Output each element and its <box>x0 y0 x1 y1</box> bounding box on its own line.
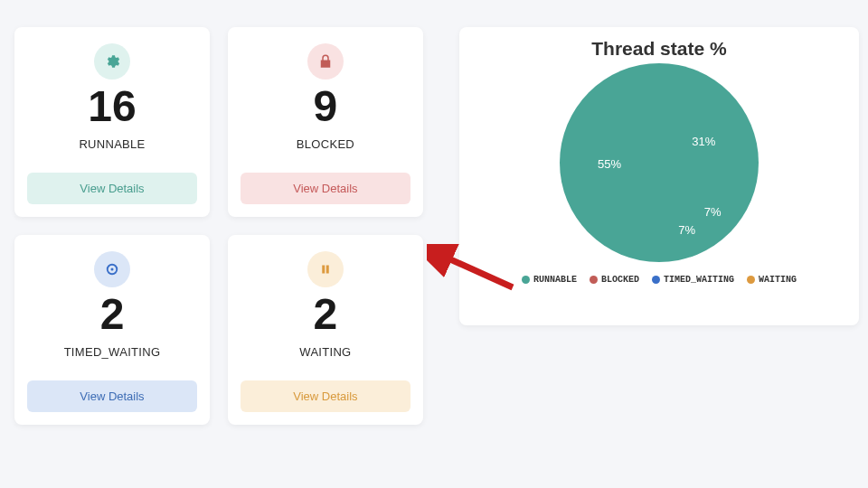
svg-rect-3 <box>326 266 329 274</box>
pie-slice-label: 55% <box>598 156 621 170</box>
thread-state-pie-panel: Thread state % 55%31%7%7% RUNNABLEBLOCKE… <box>459 27 859 325</box>
svg-point-1 <box>110 268 113 271</box>
card-value: 2 <box>100 293 125 336</box>
pie-slice-label: 7% <box>704 204 722 218</box>
card-value: 2 <box>314 293 338 336</box>
pie-graphic <box>560 63 759 262</box>
card-label: RUNNABLE <box>79 137 145 151</box>
legend-label: WAITING <box>759 275 797 285</box>
legend-item: WAITING <box>747 275 797 285</box>
view-details-button[interactable]: View Details <box>241 380 410 412</box>
card-label: BLOCKED <box>297 137 354 151</box>
legend-label: BLOCKED <box>601 275 639 285</box>
legend-label: TIMED_WAITING <box>664 275 734 285</box>
legend-item: RUNNABLE <box>522 275 577 285</box>
chart-title: Thread state % <box>591 38 726 60</box>
view-details-button[interactable]: View Details <box>27 173 197 204</box>
card-blocked: 9 BLOCKED View Details <box>228 27 423 217</box>
legend-item: TIMED_WAITING <box>652 275 734 285</box>
card-label: WAITING <box>299 345 351 359</box>
pie-chart: 55%31%7%7% <box>560 63 759 262</box>
card-value: 9 <box>314 85 338 128</box>
card-runnable: 16 RUNNABLE View Details <box>14 27 210 217</box>
legend-item: BLOCKED <box>590 275 639 285</box>
card-value: 16 <box>88 85 136 128</box>
legend-label: RUNNABLE <box>533 275 577 285</box>
pause-icon <box>307 251 344 287</box>
pie-slice-label: 7% <box>678 222 695 236</box>
gear-icon <box>94 43 130 80</box>
legend-swatch <box>590 276 598 284</box>
view-details-button[interactable]: View Details <box>241 173 410 204</box>
card-label: TIMED_WAITING <box>64 345 161 359</box>
lock-icon <box>307 43 344 80</box>
legend-swatch <box>747 276 755 284</box>
thread-state-cards: 16 RUNNABLE View Details 9 BLOCKED View … <box>14 27 423 425</box>
clock-icon <box>94 251 130 287</box>
chart-legend: RUNNABLEBLOCKEDTIMED_WAITINGWAITING <box>522 275 797 285</box>
pie-slice-label: 31% <box>692 134 715 147</box>
legend-swatch <box>652 276 660 284</box>
card-waiting: 2 WAITING View Details <box>228 235 423 425</box>
legend-swatch <box>522 276 530 284</box>
card-timed-waiting: 2 TIMED_WAITING View Details <box>14 235 210 425</box>
svg-rect-2 <box>322 266 325 274</box>
dashboard-layout: 16 RUNNABLE View Details 9 BLOCKED View … <box>9 27 859 425</box>
view-details-button[interactable]: View Details <box>27 380 197 412</box>
